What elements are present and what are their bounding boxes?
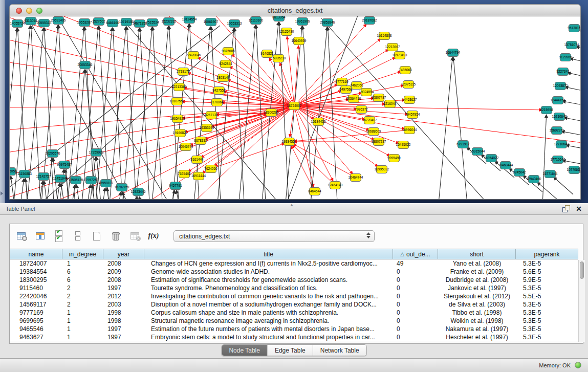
- graph-node[interactable]: 1527602: [92, 18, 105, 26]
- graph-node[interactable]: 16996044: [402, 126, 417, 134]
- graph-node[interactable]: 9129966: [559, 54, 572, 61]
- table-cell[interactable]: Changes of HCN gene expression and I(f) …: [144, 259, 393, 268]
- table-cell[interactable]: 0: [393, 284, 438, 292]
- table-cell[interactable]: 18300295: [10, 276, 62, 284]
- graph-node[interactable]: 9227341: [556, 68, 570, 76]
- table-cell[interactable]: Corpus callosum shape and size in male p…: [144, 309, 393, 317]
- graph-node[interactable]: 20853846: [320, 19, 335, 27]
- table-cell[interactable]: de Silva et al. (2003): [438, 300, 516, 309]
- graph-node[interactable]: 18807237: [372, 138, 386, 146]
- table-cell[interactable]: Stergiakouli et al. (2012): [438, 292, 516, 300]
- graph-node[interactable]: 16954022: [484, 155, 499, 162]
- table-selector-dropdown[interactable]: citations_edges.txt: [173, 230, 375, 242]
- table-cell[interactable]: Yano et al. (2008): [438, 259, 516, 268]
- graph-node[interactable]: 18995022: [375, 166, 389, 173]
- table-row[interactable]: 946362711997Embryonic stem cells: a mode…: [10, 333, 578, 341]
- table-cell[interactable]: 2: [62, 292, 103, 300]
- graph-node[interactable]: 3170064: [210, 99, 224, 106]
- table-cell[interactable]: 9777169: [10, 309, 62, 317]
- close-panel-icon[interactable]: ✕: [576, 205, 582, 213]
- table-row[interactable]: 1830029562008Estimation of significance …: [10, 276, 578, 284]
- graph-node[interactable]: 10046744: [179, 143, 193, 151]
- graph-node[interactable]: 22420046: [186, 52, 201, 59]
- tab-node-table[interactable]: Node Table: [222, 345, 268, 356]
- tab-network-table[interactable]: Network Table: [313, 345, 366, 356]
- table-cell[interactable]: 5.3E-5: [516, 325, 578, 333]
- graph-node[interactable]: 12975115: [401, 81, 416, 89]
- graph-node[interactable]: 9457791: [169, 182, 182, 190]
- graph-node[interactable]: 2718176: [177, 68, 190, 76]
- table-cell[interactable]: 9115460: [10, 284, 62, 292]
- table-cell[interactable]: 1: [62, 317, 103, 325]
- table-cell[interactable]: 5.5E-5: [516, 292, 578, 300]
- graph-node[interactable]: 12093872: [553, 82, 568, 90]
- graph-node[interactable]: 13751074: [564, 41, 579, 49]
- table-cell[interactable]: Jankovic et al. (1997): [438, 284, 516, 292]
- graph-node[interactable]: 12940460: [527, 176, 541, 183]
- column-header[interactable]: pagerank: [516, 249, 578, 259]
- graph-node[interactable]: 6216044: [383, 100, 397, 108]
- table-cell[interactable]: 0: [393, 268, 438, 276]
- graph-node[interactable]: 14353594: [200, 124, 214, 132]
- table-row[interactable]: 946554611997Estimation of the future num…: [10, 325, 578, 333]
- table-cell[interactable]: 5.6E-5: [516, 268, 578, 276]
- graph-node[interactable]: 20691406: [51, 17, 66, 25]
- table-cell[interactable]: 5.3E-5: [516, 259, 578, 268]
- graph-node[interactable]: 10807487: [372, 94, 386, 102]
- graph-node[interactable]: 10973493: [393, 52, 407, 59]
- graph-node[interactable]: 14671358: [133, 20, 147, 28]
- table-cell[interactable]: 1: [62, 325, 103, 333]
- table-cell[interactable]: 0: [393, 292, 438, 300]
- table-cell[interactable]: 0: [393, 309, 438, 317]
- table-row[interactable]: 969969511998Structural magnetic resonanc…: [10, 317, 578, 325]
- graph-node[interactable]: 11156883: [17, 170, 32, 178]
- graph-node[interactable]: 10653313: [227, 20, 242, 28]
- graph-node[interactable]: 9245042: [513, 169, 526, 177]
- graph-node[interactable]: 9513015: [568, 25, 580, 32]
- graph-node[interactable]: 18300295: [264, 109, 279, 117]
- table-cell[interactable]: 5.3E-5: [516, 309, 578, 317]
- table-settings-button[interactable]: [15, 230, 27, 242]
- graph-node[interactable]: 15885210: [271, 55, 286, 62]
- table-cell[interactable]: Estimation of significance thresholds fo…: [144, 276, 393, 284]
- graph-node[interactable]: 12213369: [172, 83, 187, 91]
- window-titlebar[interactable]: citations_edges.txt: [9, 4, 581, 16]
- graph-node[interactable]: 15915044: [470, 148, 485, 156]
- table-cell[interactable]: 1997: [103, 284, 144, 292]
- table-row[interactable]: 977716911998Corpus callosum shape and si…: [10, 309, 578, 317]
- delete-table-button[interactable]: [110, 230, 122, 242]
- table-cell[interactable]: 5.3E-5: [516, 284, 578, 292]
- graph-node[interactable]: 10460444: [498, 162, 513, 169]
- graph-node[interactable]: 7485063: [399, 67, 412, 74]
- graph-node[interactable]: 13505135: [69, 177, 83, 184]
- graph-node[interactable]: 19384554: [282, 138, 297, 146]
- table-cell[interactable]: 5.9E-5: [516, 276, 578, 284]
- graph-node[interactable]: 16771644: [543, 170, 558, 178]
- table-row[interactable]: 1872400712008Changes of HCN gene express…: [10, 259, 578, 268]
- graph-node[interactable]: 10770632: [567, 166, 580, 174]
- graph-node[interactable]: 19166822: [173, 129, 188, 137]
- graph-node[interactable]: 19457954: [405, 111, 420, 119]
- graph-node[interactable]: 17359928: [89, 149, 104, 157]
- graph-node[interactable]: 16720407: [362, 117, 377, 124]
- graph-node[interactable]: 15692971: [550, 127, 564, 135]
- graph-node[interactable]: 16061907: [204, 18, 219, 26]
- table-cell[interactable]: 1998: [103, 309, 144, 317]
- graph-node[interactable]: 2803144: [216, 74, 230, 82]
- graph-node[interactable]: 9161444: [190, 156, 204, 164]
- graph-node[interactable]: 7624050: [204, 165, 217, 173]
- table-cell[interactable]: 19384554: [10, 268, 62, 276]
- graph-node[interactable]: 12125430: [279, 28, 294, 36]
- table-cell[interactable]: 1998: [103, 317, 144, 325]
- graph-node[interactable]: 9313054: [24, 17, 37, 25]
- graph-node[interactable]: 16782759: [115, 184, 129, 191]
- column-header[interactable]: in_degree: [62, 249, 103, 259]
- graph-node[interactable]: 8678332: [194, 137, 207, 145]
- column-header[interactable]: short: [438, 249, 516, 259]
- graph-node[interactable]: 8267130: [205, 112, 218, 119]
- column-header[interactable]: title: [144, 249, 393, 259]
- graph-node[interactable]: 16911444: [191, 172, 206, 180]
- table-cell[interactable]: 0: [393, 276, 438, 284]
- graph-node[interactable]: 6466160: [106, 19, 119, 27]
- table-cell[interactable]: 5.3E-5: [516, 300, 578, 309]
